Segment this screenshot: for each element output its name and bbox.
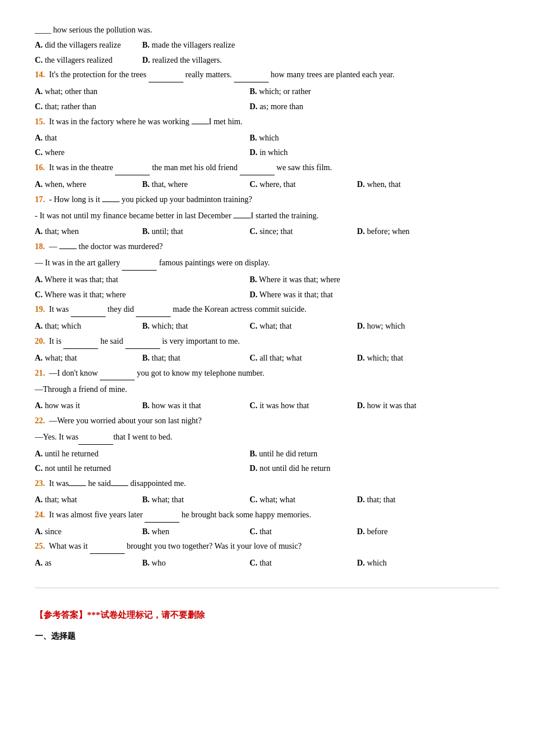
q14-opts2: C. that; rather than D. as; more than <box>35 100 499 114</box>
q25-opt-b: B. who <box>142 556 250 570</box>
q25-opt-a: A. as <box>35 556 142 570</box>
question-16: 16. It was in the theatre the man met hi… <box>35 161 499 175</box>
q18-opt-b: B. Where it was that; where <box>250 273 464 287</box>
q20-opt-a: A. what; that <box>35 351 142 365</box>
q22-opts1: A. until he returned B. until he did ret… <box>35 447 499 461</box>
q21-opt-b: B. how was it that <box>142 399 250 413</box>
q18-opt-d: D. Where was it that; that <box>250 288 464 302</box>
q16-opts: A. when, where B. that, where C. where, … <box>35 178 499 192</box>
q17-opts: A. that; when B. until; that C. since; t… <box>35 225 499 239</box>
intro-text: ____ how serious the pollution was. <box>35 26 152 34</box>
question-17: 17. - How long is it you picked up your … <box>35 193 499 207</box>
q15-opt-b: B. which <box>250 131 464 145</box>
q14-opt-a: A. what; other than <box>35 85 250 99</box>
q25-opt-c: C. that <box>250 556 357 570</box>
q15-opts1: A. that B. which <box>35 131 499 145</box>
q21-opt-d: D. how it was that <box>357 399 464 413</box>
question-21-line2: —Through a friend of mine. <box>35 383 499 397</box>
q17-opt-a: A. that; when <box>35 225 142 239</box>
intro-line1: ____ how serious the pollution was. <box>35 23 499 37</box>
q18-opt-a: A. Where it was that; that <box>35 273 250 287</box>
q17-opt-d: D. before; when <box>357 225 464 239</box>
q15-opt-d: D. in which <box>250 146 464 160</box>
question-22: 22. —Were you worried about your son las… <box>35 414 499 428</box>
question-17-line2: - It was not until my finance became bet… <box>35 209 499 223</box>
q15-opt-a: A. that <box>35 131 250 145</box>
q24-opts: A. since B. when C. that D. before <box>35 525 499 539</box>
q16-opt-b: B. that, where <box>142 178 250 192</box>
q23-opts: A. that; what B. what; that C. what; wha… <box>35 493 499 507</box>
q22-opts2: C. not until he returned D. not until di… <box>35 462 499 476</box>
q23-opt-a: A. that; what <box>35 493 142 507</box>
q16-opt-a: A. when, where <box>35 178 142 192</box>
q23-opt-c: C. what; what <box>250 493 357 507</box>
q19-opt-c: C. what; that <box>250 319 357 333</box>
q19-opt-d: D. how; which <box>357 319 464 333</box>
q25-opts: A. as B. who C. that D. which <box>35 556 499 570</box>
intro-options2: C. the villagers realized D. realized th… <box>35 53 499 67</box>
q16-opt-c: C. where, that <box>250 178 357 192</box>
q21-opts: A. how was it B. how was it that C. it w… <box>35 399 499 413</box>
q17-opt-c: C. since; that <box>250 225 357 239</box>
q24-opt-d: D. before <box>357 525 464 539</box>
q17-opt-b: B. until; that <box>142 225 250 239</box>
q15-opt-c: C. where <box>35 146 250 160</box>
q18-opts2: C. Where was it that; where D. Where was… <box>35 288 499 302</box>
q24-opt-c: C. that <box>250 525 357 539</box>
q14-opt-b: B. which; or rather <box>250 85 464 99</box>
q18-opt-c: C. Where was it that; where <box>35 288 250 302</box>
q20-opt-b: B. that; that <box>142 351 250 365</box>
q14-opt-d: D. as; more than <box>250 100 464 114</box>
answer-section-title: 【参考答案】***试卷处理标记，请不要删除 <box>35 608 499 623</box>
answer-section: 【参考答案】***试卷处理标记，请不要删除 一、选择题 <box>35 588 499 643</box>
q22-opt-d: D. not until did he return <box>250 462 464 476</box>
q14-opt-c: C. that; rather than <box>35 100 250 114</box>
q20-opt-d: D. which; that <box>357 351 464 365</box>
intro-option-d: D. realized the villagers. <box>142 53 250 67</box>
q15-opts2: C. where D. in which <box>35 146 499 160</box>
q25-opt-d: D. which <box>357 556 464 570</box>
question-25: 25. What was it brought you two together… <box>35 539 499 554</box>
subsection-title: 一、选择题 <box>35 629 499 643</box>
question-19: 19. It was they did made the Korean actr… <box>35 303 499 317</box>
q22-opt-c: C. not until he returned <box>35 462 250 476</box>
q21-opt-a: A. how was it <box>35 399 142 413</box>
question-22-line2: —Yes. It was that I went to bed. <box>35 430 499 445</box>
q19-opt-b: B. which; that <box>142 319 250 333</box>
question-24: 24. It was almost five years later he br… <box>35 508 499 523</box>
intro-section: ____ how serious the pollution was. A. d… <box>35 23 499 67</box>
intro-option-a: A. did the villagers realize <box>35 38 142 52</box>
question-20: 20. It is he said is very important to m… <box>35 334 499 349</box>
q23-opt-b: B. what; that <box>142 493 250 507</box>
q19-opt-a: A. that; which <box>35 319 142 333</box>
intro-option-b: B. made the villagers realize <box>142 38 250 52</box>
q23-opt-d: D. that; that <box>357 493 464 507</box>
q20-opt-c: C. all that; what <box>250 351 357 365</box>
q20-opts: A. what; that B. that; that C. all that;… <box>35 351 499 365</box>
question-21: 21. —I don't know you got to know my tel… <box>35 366 499 381</box>
q19-opts: A. that; which B. which; that C. what; t… <box>35 319 499 333</box>
q22-opt-a: A. until he returned <box>35 447 250 461</box>
question-18: 18. — the doctor was murdered? <box>35 240 499 254</box>
q18-opts1: A. Where it was that; that B. Where it w… <box>35 273 499 287</box>
question-14: 14. It's the protection for the trees re… <box>35 68 499 82</box>
q16-opt-d: D. when, that <box>357 178 464 192</box>
question-15: 15. It was in the factory where he was w… <box>35 115 499 129</box>
q24-opt-a: A. since <box>35 525 142 539</box>
q22-opt-b: B. until he did return <box>250 447 464 461</box>
q24-opt-b: B. when <box>142 525 250 539</box>
q14-opts1: A. what; other than B. which; or rather <box>35 85 499 99</box>
question-18-line2: — It was in the art gallery famous paint… <box>35 256 499 271</box>
intro-option-c: C. the villagers realized <box>35 53 142 67</box>
q21-opt-c: C. it was how that <box>250 399 357 413</box>
intro-options: A. did the villagers realize B. made the… <box>35 38 499 52</box>
question-23: 23. It was he said disappointed me. <box>35 477 499 491</box>
